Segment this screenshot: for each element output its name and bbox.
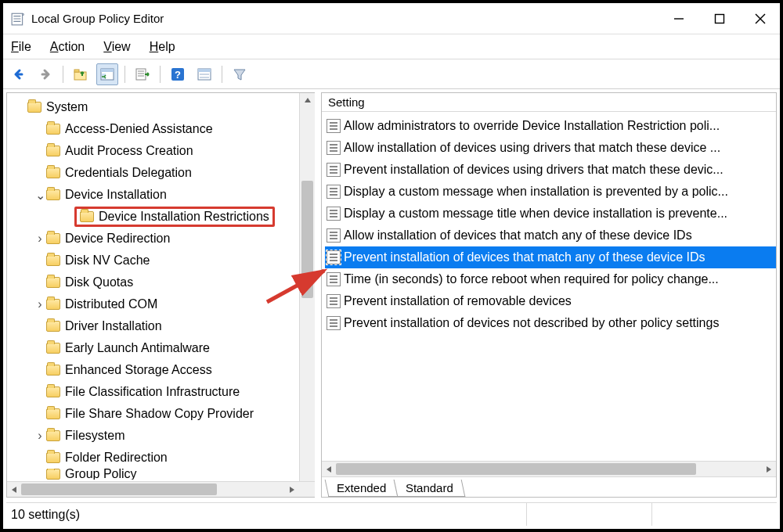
vertical-scrollbar[interactable] [299,93,315,497]
separator [63,66,63,83]
chevron-right-icon[interactable]: › [34,429,46,443]
up-folder-button[interactable] [70,63,92,85]
setting-label: Prevent installation of devices that mat… [344,250,705,264]
scroll-left-icon[interactable] [322,462,336,476]
chevron-right-icon[interactable]: › [34,232,46,246]
setting-row[interactable]: Allow installation of devices using driv… [325,137,776,159]
app-icon [11,12,25,26]
folder-icon [46,452,60,463]
help-button[interactable]: ? [167,63,189,85]
setting-row[interactable]: Allow installation of devices that match… [325,225,776,246]
scroll-right-icon[interactable] [762,462,776,476]
tree-item-label: Early Launch Antimalware [65,341,210,355]
tree-item-label: Distributed COM [65,297,157,311]
folder-icon [46,146,60,156]
folder-icon [46,365,60,376]
tree-item[interactable]: Enhanced Storage Access [12,359,315,381]
scroll-left-icon[interactable] [7,482,21,497]
tree-item[interactable]: Early Launch Antimalware [12,337,315,359]
tree-item-label: Access-Denied Assistance [65,122,213,136]
tree-item[interactable]: Disk Quotas [12,271,315,293]
tree-item[interactable]: System [12,96,315,118]
folder-icon [46,469,60,480]
setting-row[interactable]: Prevent installation of devices not desc… [325,312,776,334]
tree-item[interactable]: Group Policy [12,469,315,480]
tree-item[interactable]: Disk NV Cache [12,250,315,271]
policy-icon [327,119,341,133]
tree-item-label: Device Installation Restrictions [99,210,269,224]
policy-icon [327,185,341,199]
setting-row[interactable]: Prevent installation of removable device… [325,290,776,312]
tree-item-label: File Classification Infrastructure [65,385,240,399]
folder-icon [46,430,60,441]
tree-item[interactable]: Audit Process Creation [12,140,315,162]
view-tabs: Extended Standard [322,476,776,497]
svg-rect-10 [136,69,146,80]
policy-icon [327,272,341,286]
settings-panel: Setting Allow administrators to override… [321,92,777,498]
folder-icon [46,255,60,266]
tree-item[interactable]: Driver Installation [12,315,315,337]
show-tree-button[interactable] [96,63,118,85]
setting-row[interactable]: Prevent installation of devices that mat… [325,246,776,268]
svg-rect-6 [74,70,79,72]
tab-standard[interactable]: Standard [394,480,466,497]
tree-item-label: File Share Shadow Copy Provider [65,407,254,421]
tree-item[interactable]: Credentials Delegation [12,162,315,184]
settings-list[interactable]: Allow administrators to override Device … [322,112,776,461]
menu-file[interactable]: File [11,40,31,54]
tree-view[interactable]: SystemAccess-Denied AssistanceAudit Proc… [7,93,315,481]
tree-item[interactable]: File Classification Infrastructure [12,381,315,403]
splitter[interactable] [315,92,321,498]
separator [222,66,222,83]
tree-panel: SystemAccess-Denied AssistanceAudit Proc… [6,92,315,498]
tree-item[interactable]: Access-Denied Assistance [12,118,315,140]
tree-item[interactable]: Folder Redirection [12,447,315,469]
menu-view[interactable]: View [103,40,130,54]
column-header-setting[interactable]: Setting [322,93,776,112]
svg-rect-2 [716,14,724,23]
back-button[interactable] [8,63,30,85]
tree-item[interactable]: ›Device Redirection [12,228,315,250]
minimize-button[interactable] [659,3,698,34]
setting-label: Prevent installation of removable device… [344,294,572,308]
filter-button[interactable] [229,63,251,85]
separator [160,66,161,83]
policy-icon [327,294,341,308]
menu-help[interactable]: Help [150,40,175,54]
tree-item[interactable]: File Share Shadow Copy Provider [12,403,315,425]
setting-row[interactable]: Prevent installation of devices using dr… [325,159,776,181]
chevron-right-icon[interactable]: › [34,297,46,311]
tree-item[interactable]: ›Filesystem [12,425,315,447]
setting-row[interactable]: Display a custom message title when devi… [325,203,776,225]
horizontal-scrollbar[interactable] [322,461,776,476]
setting-row[interactable]: Allow administrators to override Device … [325,115,776,137]
chevron-down-icon[interactable]: ⌄ [34,188,46,203]
horizontal-scrollbar[interactable] [7,481,315,497]
folder-icon [46,321,60,332]
window-controls [659,3,780,34]
export-list-button[interactable] [132,63,153,85]
tree-item[interactable]: ›Distributed COM [12,293,315,315]
tree-item-label: Enhanced Storage Access [65,363,212,377]
folder-icon [46,277,60,288]
folder-icon [46,299,60,310]
maximize-button[interactable] [698,3,741,34]
forward-button[interactable] [34,63,56,85]
close-button[interactable] [741,3,780,34]
setting-row[interactable]: Display a custom message when installati… [325,181,776,203]
menu-action[interactable]: Action [50,40,85,54]
scroll-up-icon[interactable] [300,93,315,107]
tree-item[interactable]: Device Installation Restrictions [12,206,315,228]
setting-row[interactable]: Time (in seconds) to force reboot when r… [325,268,776,290]
scrollbar-thumb[interactable] [336,463,696,475]
scrollbar-thumb[interactable] [21,483,217,495]
menu-bar: File Action View Help [3,34,780,59]
scrollbar-thumb[interactable] [301,181,313,298]
properties-button[interactable] [193,63,215,85]
scroll-right-icon[interactable] [285,482,299,497]
tree-item[interactable]: ⌄Device Installation [12,184,315,206]
folder-icon [27,102,41,113]
setting-label: Allow administrators to override Device … [344,119,720,133]
tab-extended[interactable]: Extended [325,480,399,497]
